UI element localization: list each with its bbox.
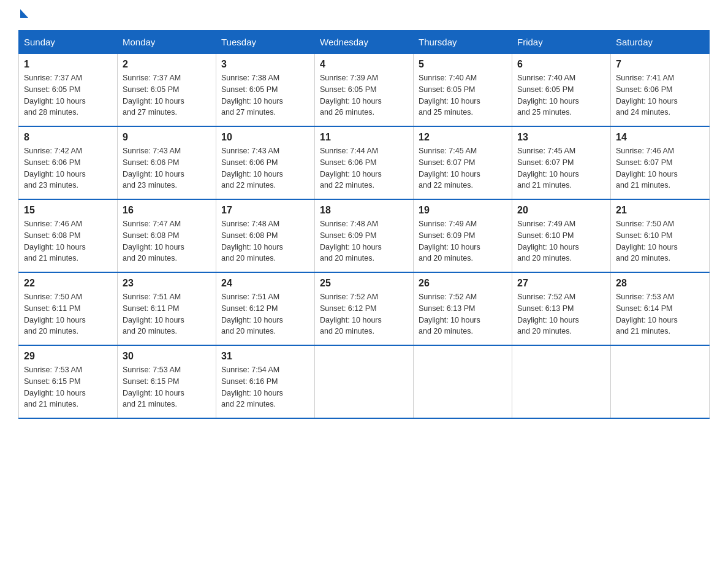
day-number: 21 [616, 205, 704, 216]
day-info: Sunrise: 7:49 AMSunset: 6:10 PMDaylight:… [517, 218, 605, 264]
day-info: Sunrise: 7:39 AMSunset: 6:05 PMDaylight:… [320, 72, 408, 118]
header-friday: Friday [512, 31, 611, 54]
header-thursday: Thursday [414, 31, 512, 54]
day-info: Sunrise: 7:50 AMSunset: 6:10 PMDaylight:… [616, 218, 704, 264]
day-number: 16 [123, 205, 211, 216]
calendar-cell: 7Sunrise: 7:41 AMSunset: 6:06 PMDaylight… [611, 54, 710, 127]
logo [18, 12, 28, 18]
day-info: Sunrise: 7:41 AMSunset: 6:06 PMDaylight:… [616, 72, 704, 118]
calendar-cell: 5Sunrise: 7:40 AMSunset: 6:05 PMDaylight… [414, 54, 512, 127]
day-number: 1 [24, 59, 112, 70]
day-number: 29 [24, 351, 112, 362]
day-info: Sunrise: 7:51 AMSunset: 6:12 PMDaylight:… [221, 291, 309, 337]
day-number: 4 [320, 59, 408, 70]
calendar-cell: 12Sunrise: 7:45 AMSunset: 6:07 PMDayligh… [414, 126, 512, 199]
day-number: 17 [221, 205, 309, 216]
day-info: Sunrise: 7:43 AMSunset: 6:06 PMDaylight:… [123, 145, 211, 191]
day-number: 22 [24, 278, 112, 289]
calendar-cell: 8Sunrise: 7:42 AMSunset: 6:06 PMDaylight… [19, 126, 118, 199]
week-row-1: 1Sunrise: 7:37 AMSunset: 6:05 PMDaylight… [19, 54, 710, 127]
day-info: Sunrise: 7:40 AMSunset: 6:05 PMDaylight:… [517, 72, 605, 118]
day-number: 13 [517, 132, 605, 143]
header-monday: Monday [118, 31, 216, 54]
day-number: 15 [24, 205, 112, 216]
calendar-cell: 18Sunrise: 7:48 AMSunset: 6:09 PMDayligh… [315, 199, 414, 272]
day-number: 5 [419, 59, 507, 70]
logo-arrow-icon [20, 9, 28, 18]
day-info: Sunrise: 7:44 AMSunset: 6:06 PMDaylight:… [320, 145, 408, 191]
calendar-cell: 29Sunrise: 7:53 AMSunset: 6:15 PMDayligh… [19, 345, 118, 418]
calendar-cell: 10Sunrise: 7:43 AMSunset: 6:06 PMDayligh… [216, 126, 315, 199]
day-number: 19 [419, 205, 507, 216]
calendar-cell: 22Sunrise: 7:50 AMSunset: 6:11 PMDayligh… [19, 272, 118, 345]
day-info: Sunrise: 7:54 AMSunset: 6:16 PMDaylight:… [221, 364, 309, 410]
day-info: Sunrise: 7:53 AMSunset: 6:14 PMDaylight:… [616, 291, 704, 337]
calendar-cell: 2Sunrise: 7:37 AMSunset: 6:05 PMDaylight… [118, 54, 216, 127]
day-number: 3 [221, 59, 309, 70]
day-number: 31 [221, 351, 309, 362]
day-number: 2 [123, 59, 211, 70]
calendar-cell: 20Sunrise: 7:49 AMSunset: 6:10 PMDayligh… [512, 199, 611, 272]
day-number: 14 [616, 132, 704, 143]
header [18, 12, 710, 18]
calendar-cell: 26Sunrise: 7:52 AMSunset: 6:13 PMDayligh… [414, 272, 512, 345]
day-number: 10 [221, 132, 309, 143]
day-info: Sunrise: 7:45 AMSunset: 6:07 PMDaylight:… [517, 145, 605, 191]
day-info: Sunrise: 7:52 AMSunset: 6:12 PMDaylight:… [320, 291, 408, 337]
calendar-cell [315, 345, 414, 418]
day-info: Sunrise: 7:53 AMSunset: 6:15 PMDaylight:… [24, 364, 112, 410]
day-number: 27 [517, 278, 605, 289]
calendar-cell: 9Sunrise: 7:43 AMSunset: 6:06 PMDaylight… [118, 126, 216, 199]
header-sunday: Sunday [19, 31, 118, 54]
calendar-cell: 15Sunrise: 7:46 AMSunset: 6:08 PMDayligh… [19, 199, 118, 272]
calendar-cell [512, 345, 611, 418]
calendar-cell: 14Sunrise: 7:46 AMSunset: 6:07 PMDayligh… [611, 126, 710, 199]
calendar-cell: 16Sunrise: 7:47 AMSunset: 6:08 PMDayligh… [118, 199, 216, 272]
day-number: 20 [517, 205, 605, 216]
day-number: 23 [123, 278, 211, 289]
day-number: 24 [221, 278, 309, 289]
calendar-cell: 3Sunrise: 7:38 AMSunset: 6:05 PMDaylight… [216, 54, 315, 127]
day-number: 8 [24, 132, 112, 143]
calendar-cell: 19Sunrise: 7:49 AMSunset: 6:09 PMDayligh… [414, 199, 512, 272]
day-info: Sunrise: 7:46 AMSunset: 6:08 PMDaylight:… [24, 218, 112, 264]
day-info: Sunrise: 7:50 AMSunset: 6:11 PMDaylight:… [24, 291, 112, 337]
calendar-table: SundayMondayTuesdayWednesdayThursdayFrid… [18, 30, 710, 419]
day-info: Sunrise: 7:48 AMSunset: 6:08 PMDaylight:… [221, 218, 309, 264]
calendar-cell: 28Sunrise: 7:53 AMSunset: 6:14 PMDayligh… [611, 272, 710, 345]
week-row-2: 8Sunrise: 7:42 AMSunset: 6:06 PMDaylight… [19, 126, 710, 199]
calendar-cell: 24Sunrise: 7:51 AMSunset: 6:12 PMDayligh… [216, 272, 315, 345]
day-info: Sunrise: 7:46 AMSunset: 6:07 PMDaylight:… [616, 145, 704, 191]
calendar-cell: 27Sunrise: 7:52 AMSunset: 6:13 PMDayligh… [512, 272, 611, 345]
day-number: 18 [320, 205, 408, 216]
day-info: Sunrise: 7:52 AMSunset: 6:13 PMDaylight:… [517, 291, 605, 337]
calendar-cell: 23Sunrise: 7:51 AMSunset: 6:11 PMDayligh… [118, 272, 216, 345]
day-info: Sunrise: 7:48 AMSunset: 6:09 PMDaylight:… [320, 218, 408, 264]
calendar-cell: 21Sunrise: 7:50 AMSunset: 6:10 PMDayligh… [611, 199, 710, 272]
day-number: 25 [320, 278, 408, 289]
calendar-cell: 13Sunrise: 7:45 AMSunset: 6:07 PMDayligh… [512, 126, 611, 199]
week-row-4: 22Sunrise: 7:50 AMSunset: 6:11 PMDayligh… [19, 272, 710, 345]
header-wednesday: Wednesday [315, 31, 414, 54]
calendar-cell: 17Sunrise: 7:48 AMSunset: 6:08 PMDayligh… [216, 199, 315, 272]
calendar-cell [611, 345, 710, 418]
day-info: Sunrise: 7:47 AMSunset: 6:08 PMDaylight:… [123, 218, 211, 264]
calendar-cell: 11Sunrise: 7:44 AMSunset: 6:06 PMDayligh… [315, 126, 414, 199]
week-row-5: 29Sunrise: 7:53 AMSunset: 6:15 PMDayligh… [19, 345, 710, 418]
calendar-cell: 1Sunrise: 7:37 AMSunset: 6:05 PMDaylight… [19, 54, 118, 127]
day-info: Sunrise: 7:40 AMSunset: 6:05 PMDaylight:… [419, 72, 507, 118]
day-number: 30 [123, 351, 211, 362]
day-info: Sunrise: 7:37 AMSunset: 6:05 PMDaylight:… [24, 72, 112, 118]
day-number: 6 [517, 59, 605, 70]
day-info: Sunrise: 7:42 AMSunset: 6:06 PMDaylight:… [24, 145, 112, 191]
header-tuesday: Tuesday [216, 31, 315, 54]
calendar-cell: 30Sunrise: 7:53 AMSunset: 6:15 PMDayligh… [118, 345, 216, 418]
header-saturday: Saturday [611, 31, 710, 54]
day-info: Sunrise: 7:38 AMSunset: 6:05 PMDaylight:… [221, 72, 309, 118]
day-number: 28 [616, 278, 704, 289]
calendar-cell: 31Sunrise: 7:54 AMSunset: 6:16 PMDayligh… [216, 345, 315, 418]
calendar-cell [414, 345, 512, 418]
day-info: Sunrise: 7:53 AMSunset: 6:15 PMDaylight:… [123, 364, 211, 410]
day-info: Sunrise: 7:43 AMSunset: 6:06 PMDaylight:… [221, 145, 309, 191]
day-number: 12 [419, 132, 507, 143]
